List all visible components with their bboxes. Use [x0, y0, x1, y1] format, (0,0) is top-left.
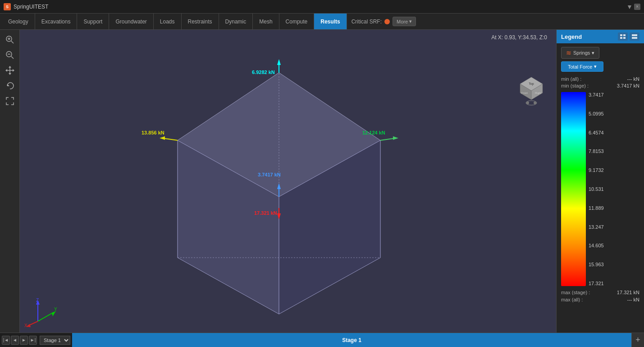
critical-srf-label: Critical SRF: [352, 19, 382, 25]
svg-marker-12 [13, 69, 14, 72]
tab-compute[interactable]: Compute [279, 14, 315, 29]
stage-navigation: |◄ ◄ ► ►| Stage 1 [0, 336, 72, 345]
legend-title: Legend [561, 33, 582, 40]
min-stage-value: 3.7417 kN [617, 83, 639, 88]
close-button[interactable]: × [634, 4, 640, 10]
max-stage-label: max (stage) : [561, 290, 590, 295]
svg-text:X: X [24, 323, 27, 328]
colorbar-val-6: 11.889 [589, 205, 604, 211]
force-label-center-red: 17.321 kN [254, 210, 277, 216]
svg-rect-58 [620, 34, 622, 36]
max-all-stat: max (all) : --- kN [561, 297, 639, 302]
stage-add-button[interactable]: + [631, 333, 644, 347]
colorbar-val-7: 13.247 [589, 224, 604, 230]
colorbar-labels: 3.7417 5.0995 6.4574 7.8153 9.1732 10.53… [589, 92, 604, 286]
undo-button[interactable] [4, 79, 16, 92]
tab-restraints[interactable]: Restraints [182, 14, 219, 29]
svg-rect-62 [632, 34, 637, 36]
colorbar-val-10: 17.321 [589, 281, 604, 286]
colorbar-val-3: 7.8153 [589, 148, 604, 154]
tab-dynamic[interactable]: Dynamic [219, 14, 253, 29]
axis-indicator: Z Y X [24, 296, 60, 328]
tab-mesh[interactable]: Mesh [253, 14, 279, 29]
min-all-label: min (all) : [561, 76, 581, 82]
springs-icon: ≋ [566, 49, 571, 56]
orientation-cube[interactable]: Top Front Right [516, 75, 547, 106]
svg-line-52 [38, 312, 54, 321]
svg-text:Top: Top [529, 82, 534, 86]
tab-support[interactable]: Support [77, 14, 109, 29]
tab-results[interactable]: Results [314, 14, 347, 29]
main-area: At X: 0.93, Y:34.53, Z:0 [0, 30, 644, 333]
colorbar [561, 92, 586, 286]
svg-rect-63 [632, 37, 637, 39]
colorbar-val-1: 5.0995 [589, 111, 604, 116]
stage-first-button[interactable]: |◄ [2, 336, 10, 345]
colorbar-val-0: 3.7417 [589, 92, 604, 97]
stage-select[interactable]: Stage 1 [40, 336, 70, 345]
titlebar: S SpringUITEST ▼ × [0, 0, 644, 14]
svg-rect-61 [623, 37, 626, 39]
legend-icon-1[interactable] [618, 32, 628, 41]
force-label-right: 12.124 kN [362, 130, 385, 135]
svg-line-1 [11, 41, 14, 43]
zoom-out-button[interactable] [4, 49, 16, 61]
3d-shape [20, 30, 556, 333]
max-all-value: --- kN [627, 297, 640, 302]
legend-body: ≋ Springs ▾ Total Force ▾ min (all) : --… [557, 43, 644, 333]
colorbar-val-5: 10.531 [589, 186, 604, 192]
tab-geology[interactable]: Geology [2, 14, 35, 29]
min-all-stat: min (all) : --- kN [561, 76, 639, 82]
stage-label-bar: Stage 1 [72, 333, 631, 347]
total-force-button[interactable]: Total Force ▾ [561, 61, 603, 72]
legend-icon-2[interactable] [630, 32, 639, 41]
springs-button[interactable]: ≋ Springs ▾ [561, 47, 599, 59]
left-toolbar [0, 30, 20, 333]
legend-header: Legend [557, 30, 644, 43]
svg-point-48 [534, 102, 536, 104]
force-label-top: 6.9282 kN [252, 69, 275, 75]
stage-prev-button[interactable]: ◄ [11, 336, 19, 345]
stage-last-button[interactable]: ►| [29, 336, 37, 345]
more-button[interactable]: More ▾ [393, 17, 416, 26]
zoom-in-button[interactable] [4, 33, 16, 46]
min-stage-stat: min (stage) : 3.7417 kN [561, 83, 639, 88]
min-stage-label: min (stage) : [561, 83, 589, 88]
max-stage-value: 17.321 kN [617, 290, 639, 295]
tab-loads[interactable]: Loads [154, 14, 182, 29]
svg-marker-11 [5, 69, 7, 72]
force-label-left: 13.856 kN [142, 130, 164, 135]
pan-button[interactable] [4, 64, 16, 77]
svg-text:Front: Front [521, 92, 528, 94]
colorbar-val-2: 6.4574 [589, 130, 604, 135]
critical-srf-area: Critical SRF: More ▾ [352, 14, 416, 29]
svg-marker-33 [160, 136, 165, 140]
svg-point-47 [526, 102, 529, 104]
springs-label: Springs [573, 50, 590, 56]
svg-text:Y: Y [54, 307, 57, 312]
expand-view-button[interactable] [4, 95, 16, 107]
max-all-label: max (all) : [561, 297, 583, 302]
svg-marker-10 [9, 73, 11, 75]
stage-next-button[interactable]: ► [20, 336, 28, 345]
legend-panel: Legend [556, 30, 644, 333]
critical-srf-indicator [384, 19, 390, 24]
tab-groundwater[interactable]: Groundwater [109, 14, 153, 29]
colorbar-container: 3.7417 5.0995 6.4574 7.8153 9.1732 10.53… [561, 92, 639, 286]
svg-rect-59 [623, 34, 626, 36]
navbar: Geology Excavations Support Groundwater … [0, 14, 644, 30]
app-title: SpringUITEST [14, 4, 625, 10]
max-stage-stat: max (stage) : 17.321 kN [561, 290, 639, 295]
expand-icon[interactable]: ▼ [625, 2, 634, 11]
svg-text:Right: Right [535, 92, 541, 94]
force-label-center-blue: 3.7417 kN [258, 172, 281, 177]
colorbar-val-4: 9.1732 [589, 167, 604, 173]
tab-excavations[interactable]: Excavations [35, 14, 78, 29]
svg-marker-13 [7, 84, 9, 86]
viewport[interactable]: At X: 0.93, Y:34.53, Z:0 [20, 30, 556, 333]
total-force-label: Total Force [568, 64, 592, 69]
stagebar: |◄ ◄ ► ►| Stage 1 Stage 1 + [0, 333, 644, 347]
svg-marker-9 [9, 66, 11, 68]
min-all-value: --- kN [627, 76, 640, 82]
svg-marker-35 [393, 136, 398, 140]
